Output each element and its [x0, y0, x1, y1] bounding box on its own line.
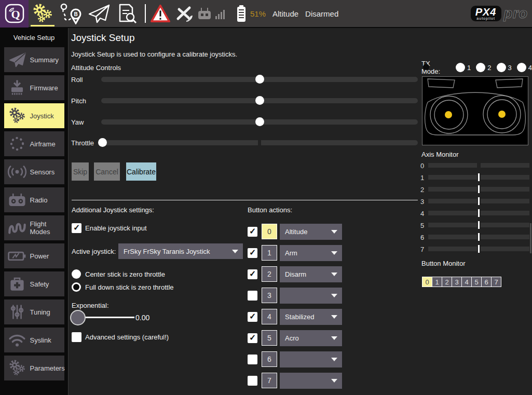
tab-vehicle-setup[interactable] — [29, 0, 57, 28]
button-monitor-2: 2 — [442, 277, 452, 287]
attitude-controls-heading: Attitude Controls — [71, 64, 121, 72]
safety-firstaid-icon — [4, 276, 30, 292]
sidebar-item-summary[interactable]: Summary — [4, 47, 64, 72]
skip-button[interactable]: Skip — [72, 162, 89, 181]
button-monitor-3: 3 — [452, 277, 462, 287]
sidebar-item-firmware[interactable]: Firmware — [4, 75, 64, 100]
button-action-dropdown-7[interactable] — [280, 373, 342, 389]
chevron-down-icon — [331, 273, 337, 276]
active-joystick-dropdown[interactable]: FrSky FrSky Taranis Joystick — [118, 243, 243, 259]
button-action-checkbox-2[interactable] — [248, 269, 257, 279]
full-down-stick-zero-radio[interactable] — [72, 282, 81, 292]
tx-mode-2-radio[interactable] — [476, 63, 485, 72]
button-action-dropdown-1[interactable]: Arm — [280, 245, 342, 261]
px4-logo-main: PX4 — [475, 7, 497, 17]
button-action-dropdown-4[interactable]: Stabilized — [280, 309, 342, 325]
button-action-checkbox-1[interactable] — [248, 248, 257, 258]
center-stick-zero-label: Center stick is zero throttle — [85, 270, 165, 278]
qgc-logo-icon: Q — [3, 2, 26, 25]
arm-state-indicator[interactable]: Disarmed — [305, 9, 338, 18]
slider-center-mark — [258, 140, 261, 145]
sidebar-item-parameters[interactable]: Parameters — [4, 356, 64, 380]
button-action-dropdown-0[interactable]: Altitude — [280, 224, 342, 240]
advanced-settings-checkbox[interactable] — [72, 332, 81, 342]
button-action-checkbox-3[interactable] — [248, 291, 257, 301]
left-stick-dot — [445, 111, 452, 118]
button-number-1: 1 — [262, 245, 277, 261]
top-toolbar: Q B — [0, 0, 532, 28]
exponential-slider-handle[interactable] — [70, 310, 86, 325]
sidebar-item-label: Parameters — [30, 364, 65, 372]
axis-5-label: 5 — [420, 222, 427, 229]
page-title: Joystick Setup — [71, 32, 135, 44]
active-joystick-value: FrSky FrSky Taranis Joystick — [118, 248, 232, 255]
telemetry-rssi-indicator[interactable] — [213, 0, 229, 28]
tx-mode-4-label: 4 — [528, 64, 532, 72]
chevron-down-icon — [331, 294, 337, 297]
tab-plan[interactable]: B — [57, 0, 85, 28]
yaw-slider[interactable] — [101, 119, 418, 125]
button-action-value-0: Altitude — [280, 228, 331, 236]
sidebar-item-safety[interactable]: Safety — [4, 271, 64, 296]
button-action-value-1: Arm — [280, 249, 331, 257]
cancel-button[interactable]: Cancel — [94, 162, 120, 181]
battery-percent[interactable]: 51% — [250, 9, 266, 18]
axis-6-bar — [428, 235, 529, 239]
exponential-slider-track[interactable] — [85, 317, 134, 318]
button-action-checkbox-6[interactable] — [248, 355, 257, 364]
enable-joystick-checkbox[interactable] — [72, 223, 81, 233]
button-action-dropdown-3[interactable] — [280, 288, 342, 304]
button-action-value-2: Disarm — [280, 270, 331, 278]
center-stick-zero-radio[interactable] — [72, 269, 81, 279]
exponential-label: Exponential: — [72, 302, 109, 309]
tx-mode-4-radio[interactable] — [517, 63, 526, 72]
tx-mode-3-radio[interactable] — [497, 63, 506, 72]
sidebar-item-airframe[interactable]: Airframe — [4, 131, 64, 156]
button-number-3: 3 — [262, 288, 277, 303]
button-action-checkbox-4[interactable] — [248, 312, 257, 322]
scrollbar-thumb[interactable] — [530, 223, 531, 253]
sidebar-item-label: Firmware — [30, 84, 58, 92]
button-action-dropdown-5[interactable]: Acro — [280, 330, 342, 346]
paper-plane-icon — [86, 3, 111, 24]
yaw-slider-handle[interactable] — [255, 117, 264, 126]
gps-indicator[interactable] — [172, 0, 196, 28]
section-divider — [72, 200, 418, 200]
roll-slider-handle[interactable] — [255, 75, 264, 84]
pitch-slider[interactable] — [101, 98, 418, 103]
sidebar-item-joystick[interactable]: Joystick — [4, 103, 64, 128]
tx-mode-1-radio[interactable] — [456, 63, 465, 72]
button-action-dropdown-2[interactable]: Disarm — [280, 266, 342, 282]
airframe-icon — [4, 135, 30, 153]
flight-mode-indicator[interactable]: Altitude — [272, 9, 298, 18]
calibrate-button[interactable]: Calibrate — [126, 162, 156, 181]
axis-4-label: 4 — [420, 210, 427, 217]
rc-rssi-indicator[interactable] — [196, 0, 213, 28]
sidebar-item-radio[interactable]: Radio — [4, 187, 64, 212]
sidebar-item-flight-modes[interactable]: Flight Modes — [4, 215, 64, 240]
button-action-checkbox-7[interactable] — [248, 376, 257, 386]
button-action-dropdown-6[interactable] — [280, 351, 342, 367]
sidebar-item-label: Flight Modes — [30, 220, 64, 236]
sidebar-item-tuning[interactable]: Tuning — [4, 299, 64, 324]
axis-1-label: 1 — [420, 174, 427, 182]
axis-0-bar — [428, 163, 529, 168]
axis-4-bar — [428, 211, 529, 215]
chevron-down-icon — [331, 315, 337, 319]
throttle-slider-handle[interactable] — [98, 138, 107, 147]
battery-indicator[interactable] — [235, 0, 248, 28]
button-number-2: 2 — [262, 266, 277, 282]
throttle-slider[interactable] — [101, 140, 418, 145]
pitch-slider-handle[interactable] — [255, 96, 264, 105]
button-action-checkbox-0[interactable] — [248, 227, 257, 237]
sidebar-item-sensors[interactable]: Sensors — [4, 159, 64, 184]
tab-fly[interactable] — [85, 0, 113, 28]
chevron-down-icon — [331, 251, 337, 255]
roll-slider[interactable] — [101, 77, 418, 82]
button-monitor-7: 7 — [491, 277, 501, 287]
sidebar-item-syslink[interactable]: Syslink — [4, 328, 64, 352]
vehicle-messages-indicator[interactable] — [149, 0, 172, 28]
button-action-checkbox-5[interactable] — [248, 333, 257, 343]
tab-analyze[interactable] — [113, 0, 141, 28]
sidebar-item-power[interactable]: Power — [4, 243, 64, 268]
